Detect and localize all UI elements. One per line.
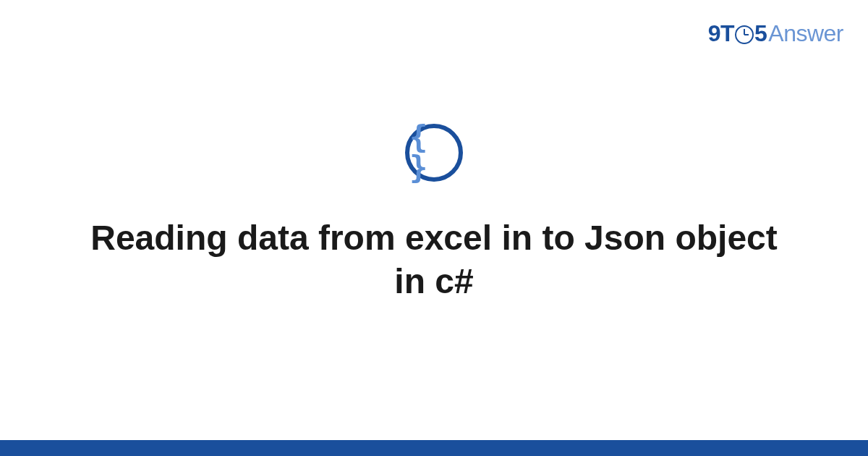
main-content: { } Reading data from excel in to Json o… bbox=[0, 0, 868, 456]
article-title: Reading data from excel in to Json objec… bbox=[72, 216, 796, 303]
braces-symbol: { } bbox=[409, 122, 459, 183]
json-braces-icon: { } bbox=[405, 124, 463, 182]
footer-accent-bar bbox=[0, 440, 868, 456]
